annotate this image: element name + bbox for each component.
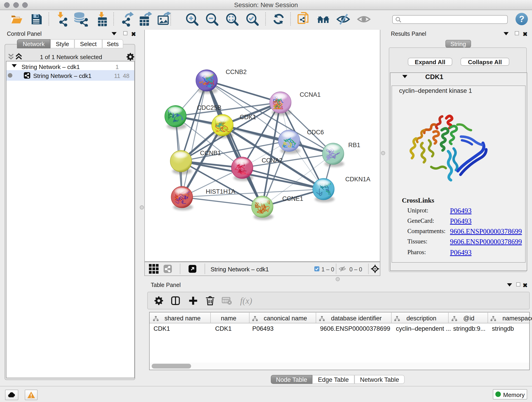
- svg-text:CCNB1: CCNB1: [200, 150, 221, 157]
- svg-text:CDC6: CDC6: [307, 129, 324, 136]
- svg-text:CDK1: CDK1: [240, 114, 256, 121]
- svg-text:RB1: RB1: [348, 142, 360, 148]
- svg-text:CDC25B: CDC25B: [197, 104, 222, 111]
- svg-text:CCNA1: CCNA1: [300, 91, 321, 98]
- svg-text:HIST1H1A: HIST1H1A: [206, 188, 235, 195]
- svg-text:CCNB2: CCNB2: [226, 69, 247, 75]
- svg-text:CCNE1: CCNE1: [282, 195, 303, 202]
- svg-text:CCNA2: CCNA2: [262, 157, 283, 164]
- svg-text:CDKN1A: CDKN1A: [345, 176, 370, 183]
